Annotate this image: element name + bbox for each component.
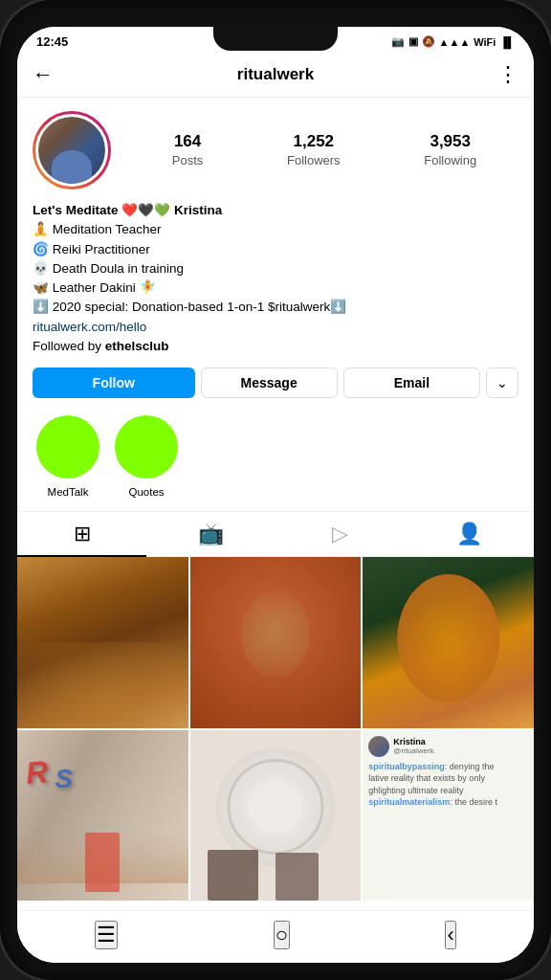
bio-line1: Let's Meditate ❤️🖤💚 Kristina	[33, 201, 518, 220]
story-label-quotes: Quotes	[128, 486, 164, 498]
post-username: Kristina	[393, 737, 433, 746]
posts-stat[interactable]: 164 Posts	[172, 132, 204, 168]
nav-home-button[interactable]: ○	[274, 921, 290, 949]
followers-stat[interactable]: 1,252 Followers	[287, 132, 341, 168]
message-button[interactable]: Message	[201, 368, 338, 398]
screen-record-icon: ▣	[408, 35, 418, 48]
signal-icon: ▲▲▲	[439, 36, 471, 48]
post-text: spiritualbypassing: denying the lative r…	[368, 761, 528, 809]
story-label-medtalk: MedTalk	[48, 486, 89, 498]
nav-menu-button[interactable]: ☰	[95, 921, 118, 949]
bio-line2: 🧘 Meditation Teacher	[33, 220, 518, 239]
following-label: Following	[424, 153, 476, 167]
followers-count: 1,252	[287, 132, 341, 151]
more-options-button[interactable]: ⋮	[497, 62, 518, 87]
story-bubble-medtalk	[36, 415, 99, 479]
followed-name[interactable]: ethelsclub	[105, 339, 169, 353]
bottom-nav: ☰ ○ ‹	[17, 910, 534, 963]
posts-count: 164	[172, 132, 204, 151]
back-button[interactable]: ←	[33, 62, 54, 87]
post-text-line3: ghlighting ultimate reality	[368, 785, 528, 797]
reels-icon: ▷	[332, 522, 348, 546]
bio-line3: 🌀 Reiki Practitioner	[33, 240, 518, 259]
bio-line6: ⬇️ 2020 special: Donation-based 1-on-1 $…	[33, 298, 518, 317]
followers-label: Followers	[287, 153, 341, 167]
camera-icon: 📷	[391, 35, 405, 48]
bio-link[interactable]: ritualwerk.com/hello	[33, 318, 518, 337]
dropdown-button[interactable]: ⌄	[486, 368, 518, 398]
profile-top: 164 Posts 1,252 Followers 3,953 Followin…	[33, 111, 518, 189]
tagged-icon: 👤	[456, 522, 482, 546]
post-avatar-sm	[368, 736, 389, 757]
bio-followed-by: Followed by ethelsclub	[33, 337, 518, 356]
bio-line4: 💀 Death Doula in training	[33, 259, 518, 278]
photo-grid: R S	[17, 557, 534, 901]
story-quotes[interactable]: Quotes	[115, 415, 178, 500]
grid-item-2[interactable]	[190, 557, 362, 728]
post-handle: @ritualwerk	[393, 746, 433, 755]
grid-item-5[interactable]	[190, 730, 362, 902]
status-time: 12:45	[36, 34, 68, 49]
post-user-info: Kristina @ritualwerk	[393, 737, 433, 755]
post-text-line2: lative reality that exists by only	[368, 772, 528, 785]
profile-username: ritualwerk	[237, 65, 314, 84]
tab-reels[interactable]: ▷	[276, 512, 405, 556]
battery-icon: ▐▌	[499, 36, 515, 48]
story-bubble-quotes	[115, 415, 178, 479]
tab-igtv[interactable]: 📺	[146, 512, 276, 556]
stats-container: 164 Posts 1,252 Followers 3,953 Followin…	[130, 132, 518, 168]
bio: Let's Meditate ❤️🖤💚 Kristina 🧘 Meditatio…	[33, 201, 518, 356]
posts-label: Posts	[172, 153, 204, 167]
bio-line5: 🦋 Leather Dakini 🧚	[33, 278, 518, 298]
tab-grid[interactable]: ⊞	[17, 512, 146, 556]
grid-item-3[interactable]	[363, 557, 534, 728]
action-buttons: Follow Message Email ⌄	[33, 368, 518, 398]
email-button[interactable]: Email	[343, 368, 480, 398]
following-stat[interactable]: 3,953 Following	[424, 132, 476, 168]
grid-item-6[interactable]: Kristina @ritualwerk spiritualbypassing:…	[363, 730, 534, 902]
post-text-line1: spiritualbypassing: denying the	[368, 761, 528, 773]
story-medtalk[interactable]: MedTalk	[36, 415, 99, 500]
follow-button[interactable]: Follow	[33, 368, 195, 398]
stories-row: MedTalk Quotes	[33, 412, 518, 511]
app-content: ← ritualwerk ⋮ 164 Posts	[17, 53, 534, 910]
tab-tagged[interactable]: 👤	[405, 512, 534, 556]
profile-link[interactable]: ritualwerk.com/hello	[33, 320, 146, 334]
post-overlay-header: Kristina @ritualwerk	[368, 736, 528, 757]
status-icons: 📷 ▣ 🔕 ▲▲▲ WiFi ▐▌	[391, 35, 515, 48]
profile-section: 164 Posts 1,252 Followers 3,953 Followin…	[17, 98, 534, 511]
grid-item-1[interactable]	[17, 557, 188, 728]
avatar	[35, 114, 108, 187]
header: ← ritualwerk ⋮	[17, 53, 534, 98]
avatar-wrapper[interactable]	[33, 111, 111, 189]
post-overlay: Kristina @ritualwerk spiritualbypassing:…	[363, 730, 534, 902]
silent-icon: 🔕	[422, 35, 435, 48]
tabs-bar: ⊞ 📺 ▷ 👤	[17, 511, 534, 557]
nav-back-button[interactable]: ‹	[445, 921, 455, 949]
igtv-icon: 📺	[198, 522, 224, 546]
post-text-line4: spiritualmaterialism: the desire t	[368, 796, 528, 809]
grid-item-4[interactable]: R S	[17, 730, 188, 902]
avatar-image	[38, 117, 105, 184]
grid-icon: ⊞	[74, 522, 91, 546]
wifi-icon: WiFi	[474, 36, 496, 48]
following-count: 3,953	[424, 132, 476, 151]
